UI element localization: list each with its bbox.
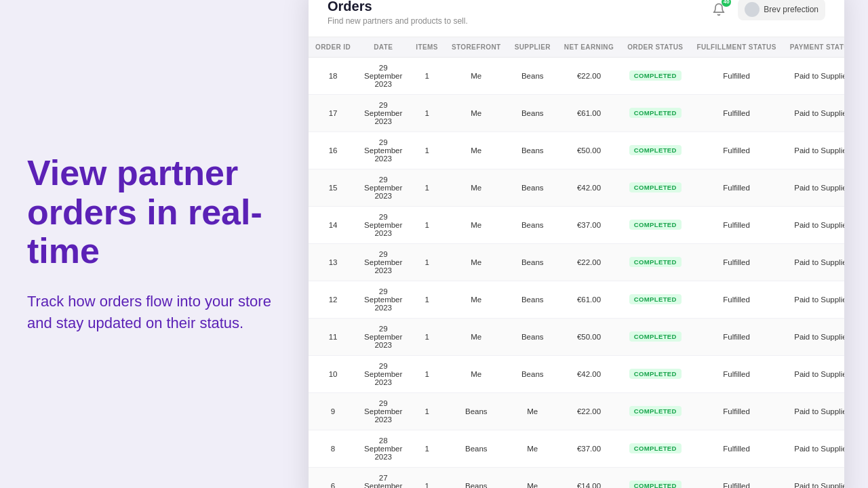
status-badge: COMPLETED bbox=[629, 145, 682, 155]
cell-storefront: Me bbox=[445, 318, 508, 355]
orders-table-container: ORDER ID DATE ITEMS STOREFRONT SUPPLIER … bbox=[309, 37, 844, 489]
cell-date: 29 September 2023 bbox=[357, 243, 409, 281]
cell-fulfillment: Fulfilled bbox=[690, 392, 783, 430]
cell-order-status: COMPLETED bbox=[620, 281, 690, 318]
cell-order-status: COMPLETED bbox=[620, 131, 690, 169]
cell-storefront: Me bbox=[445, 57, 508, 94]
cell-order-status: COMPLETED bbox=[620, 467, 690, 488]
cell-supplier: Beans bbox=[508, 94, 557, 131]
cell-payment: Paid to Supplier bbox=[783, 281, 844, 318]
col-items: ITEMS bbox=[409, 37, 445, 58]
cell-order-id: 10 bbox=[309, 355, 357, 392]
cell-items: 1 bbox=[409, 281, 445, 318]
cell-date: 28 September 2023 bbox=[357, 430, 409, 467]
cell-earning: €22.00 bbox=[557, 57, 620, 94]
status-badge: COMPLETED bbox=[629, 220, 682, 230]
right-panel: Orders Find new partners and products to… bbox=[292, 0, 868, 488]
cell-order-id: 11 bbox=[309, 318, 357, 355]
table-row: 17 29 September 2023 1 Me Beans €61.00 C… bbox=[309, 94, 844, 131]
col-fulfillment-status: FULFILLMENT STATUS bbox=[690, 37, 783, 58]
cell-earning: €42.00 bbox=[557, 169, 620, 206]
app-header: Orders Find new partners and products to… bbox=[309, 0, 844, 37]
cell-earning: €42.00 bbox=[557, 355, 620, 392]
cell-earning: €37.00 bbox=[557, 206, 620, 243]
table-row: 9 29 September 2023 1 Beans Me €22.00 CO… bbox=[309, 392, 844, 430]
table-row: 18 29 September 2023 1 Me Beans €22.00 C… bbox=[309, 57, 844, 94]
status-badge: COMPLETED bbox=[629, 257, 682, 267]
cell-order-id: 15 bbox=[309, 169, 357, 206]
status-badge: COMPLETED bbox=[629, 294, 682, 304]
app-header-left: Orders Find new partners and products to… bbox=[328, 0, 468, 26]
cell-order-id: 17 bbox=[309, 94, 357, 131]
status-badge: COMPLETED bbox=[629, 108, 682, 118]
cell-payment: Paid to Supplier bbox=[783, 57, 844, 94]
table-header: ORDER ID DATE ITEMS STOREFRONT SUPPLIER … bbox=[309, 37, 844, 58]
cell-fulfillment: Fulfilled bbox=[690, 318, 783, 355]
status-badge: COMPLETED bbox=[629, 369, 682, 379]
app-subtitle: Find new partners and products to sell. bbox=[328, 16, 468, 26]
cell-supplier: Me bbox=[508, 467, 557, 488]
cell-items: 1 bbox=[409, 206, 445, 243]
cell-date: 29 September 2023 bbox=[357, 318, 409, 355]
cell-items: 1 bbox=[409, 392, 445, 430]
cell-payment: Paid to Supplier bbox=[783, 430, 844, 467]
col-date: DATE bbox=[357, 37, 409, 58]
cell-fulfillment: Fulfilled bbox=[690, 57, 783, 94]
cell-fulfillment: Fulfilled bbox=[690, 467, 783, 488]
cell-fulfillment: Fulfilled bbox=[690, 169, 783, 206]
cell-items: 1 bbox=[409, 243, 445, 281]
hero-title: View partner orders in real-time bbox=[27, 154, 271, 270]
col-supplier: SUPPLIER bbox=[508, 37, 557, 58]
cell-payment: Paid to Supplier bbox=[783, 206, 844, 243]
hero-subtitle: Track how orders flow into your store an… bbox=[27, 291, 271, 334]
cell-payment: Paid to Supplier bbox=[783, 243, 844, 281]
cell-items: 1 bbox=[409, 430, 445, 467]
cell-storefront: Me bbox=[445, 169, 508, 206]
cell-payment: Paid to Supplier bbox=[783, 94, 844, 131]
cell-date: 29 September 2023 bbox=[357, 57, 409, 94]
cell-storefront: Beans bbox=[445, 392, 508, 430]
cell-fulfillment: Fulfilled bbox=[690, 243, 783, 281]
cell-fulfillment: Fulfilled bbox=[690, 355, 783, 392]
table-row: 12 29 September 2023 1 Me Beans €61.00 C… bbox=[309, 281, 844, 318]
table-row: 6 27 September 2023 1 Beans Me €14.00 CO… bbox=[309, 467, 844, 488]
cell-payment: Paid to Supplier bbox=[783, 131, 844, 169]
cell-order-status: COMPLETED bbox=[620, 430, 690, 467]
cell-date: 29 September 2023 bbox=[357, 131, 409, 169]
cell-storefront: Me bbox=[445, 281, 508, 318]
cell-order-status: COMPLETED bbox=[620, 243, 690, 281]
cell-storefront: Beans bbox=[445, 430, 508, 467]
cell-storefront: Me bbox=[445, 94, 508, 131]
cell-supplier: Me bbox=[508, 430, 557, 467]
cell-fulfillment: Fulfilled bbox=[690, 131, 783, 169]
table-row: 10 29 September 2023 1 Me Beans €42.00 C… bbox=[309, 355, 844, 392]
cell-fulfillment: Fulfilled bbox=[690, 206, 783, 243]
cell-supplier: Me bbox=[508, 392, 557, 430]
table-row: 16 29 September 2023 1 Me Beans €50.00 C… bbox=[309, 131, 844, 169]
cell-items: 1 bbox=[409, 318, 445, 355]
cell-payment: Paid to Supplier bbox=[783, 318, 844, 355]
cell-storefront: Me bbox=[445, 243, 508, 281]
status-badge: COMPLETED bbox=[629, 481, 682, 488]
cell-storefront: Me bbox=[445, 206, 508, 243]
app-window: Orders Find new partners and products to… bbox=[309, 0, 844, 488]
cell-order-id: 8 bbox=[309, 430, 357, 467]
cell-items: 1 bbox=[409, 94, 445, 131]
table-row: 15 29 September 2023 1 Me Beans €42.00 C… bbox=[309, 169, 844, 206]
app-header-right: 40 Brev prefection bbox=[708, 0, 825, 20]
cell-storefront: Beans bbox=[445, 467, 508, 488]
cell-earning: €61.00 bbox=[557, 94, 620, 131]
status-badge: COMPLETED bbox=[629, 182, 682, 192]
app-title: Orders bbox=[328, 0, 468, 14]
notification-button[interactable]: 40 bbox=[708, 0, 730, 20]
user-label: Brev prefection bbox=[764, 5, 818, 14]
cell-date: 29 September 2023 bbox=[357, 169, 409, 206]
col-storefront: STOREFRONT bbox=[445, 37, 508, 58]
cell-payment: Paid to Supplier bbox=[783, 392, 844, 430]
cell-order-id: 16 bbox=[309, 131, 357, 169]
user-button[interactable]: Brev prefection bbox=[738, 0, 825, 20]
table-body: 18 29 September 2023 1 Me Beans €22.00 C… bbox=[309, 57, 844, 488]
status-badge: COMPLETED bbox=[629, 406, 682, 416]
cell-earning: €61.00 bbox=[557, 281, 620, 318]
cell-order-status: COMPLETED bbox=[620, 206, 690, 243]
